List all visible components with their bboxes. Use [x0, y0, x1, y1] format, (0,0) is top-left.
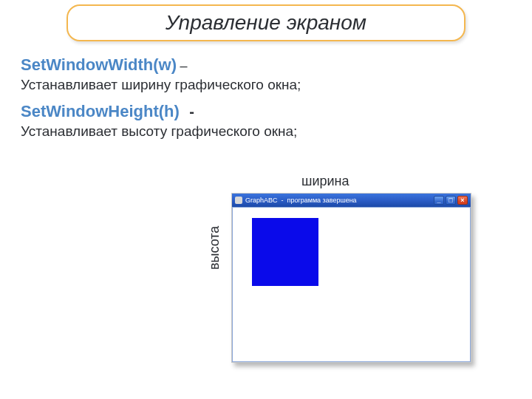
- close-button[interactable]: ×: [457, 196, 468, 205]
- minimize-button[interactable]: _: [434, 196, 444, 205]
- drawn-square: [252, 218, 318, 286]
- width-label: ширина: [301, 174, 349, 189]
- slide-title: Управление экраном: [66, 4, 466, 41]
- maximize-icon: □: [446, 197, 455, 204]
- window-title: GraphABC - программа завершена: [245, 197, 434, 204]
- command-description: Устанавливает высоту графического окна;: [21, 123, 516, 140]
- separator: –: [180, 58, 187, 73]
- height-label: высота: [207, 226, 222, 270]
- minimize-icon: _: [434, 197, 443, 204]
- body: SetWindowWidth(w) – Устанавливает ширину…: [10, 55, 522, 141]
- window-status: программа завершена: [287, 197, 357, 204]
- slide: Управление экраном SetWindowWidth(w) – У…: [0, 0, 532, 399]
- window-buttons: _ □ ×: [434, 196, 468, 205]
- client-area: [232, 207, 471, 362]
- maximize-button[interactable]: □: [446, 196, 456, 205]
- app-name: GraphABC: [245, 197, 278, 204]
- separator: -: [189, 103, 194, 120]
- command-name: SetWindowHeight(h): [21, 102, 180, 120]
- command-description: Устанавливает ширину графического окна;: [21, 76, 516, 94]
- command-row: SetWindowWidth(w) –: [21, 55, 516, 75]
- titlebar: GraphABC - программа завершена _ □ ×: [232, 194, 471, 207]
- app-icon: [235, 197, 242, 204]
- close-icon: ×: [458, 197, 467, 204]
- example-window: GraphABC - программа завершена _ □ ×: [231, 193, 471, 363]
- command-row: SetWindowHeight(h) -: [21, 101, 516, 122]
- title-container: Управление экраном: [66, 4, 466, 41]
- command-name: SetWindowWidth(w): [21, 55, 177, 74]
